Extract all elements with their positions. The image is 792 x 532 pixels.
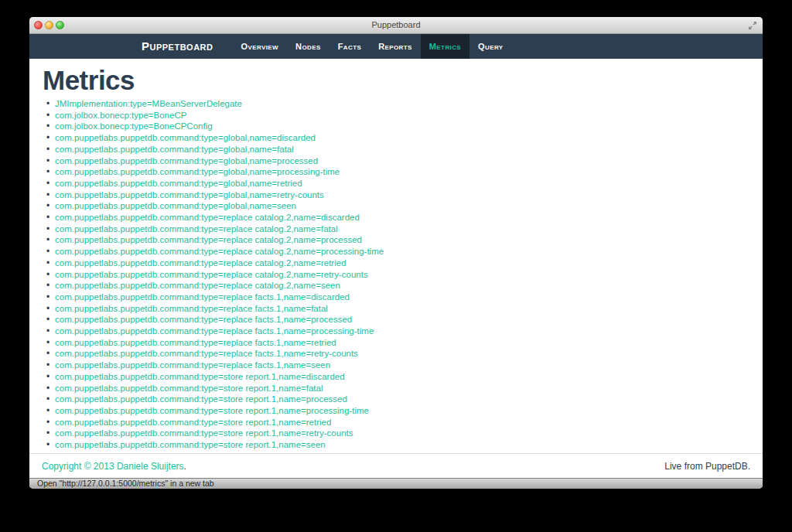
metric-link[interactable]: com.puppetlabs.puppetdb.command:type=rep… bbox=[55, 314, 763, 326]
metric-link[interactable]: com.puppetlabs.puppetdb.command:type=sto… bbox=[55, 371, 763, 383]
metric-link[interactable]: com.puppetlabs.puppetdb.command:type=rep… bbox=[55, 303, 763, 315]
metric-link[interactable]: com.jolbox.bonecp:type=BoneCPConfig bbox=[55, 121, 763, 132]
zoom-window-button[interactable] bbox=[56, 21, 64, 29]
metric-link[interactable]: com.puppetlabs.puppetdb.command:type=rep… bbox=[55, 269, 763, 281]
metric-link[interactable]: com.puppetlabs.puppetdb.command:type=rep… bbox=[55, 292, 763, 303]
metric-link[interactable]: com.jolbox.bonecp:type=BoneCP bbox=[55, 110, 763, 121]
app-window: Puppetboard Puppetboard OverviewNodesFac… bbox=[29, 17, 763, 489]
metric-link[interactable]: com.puppetlabs.puppetdb.command:type=glo… bbox=[55, 155, 763, 167]
navbar-menu: OverviewNodesFactsReportsMetricsQuery bbox=[233, 34, 512, 59]
nav-item[interactable]: Metrics bbox=[421, 34, 469, 59]
fullscreen-icon[interactable] bbox=[748, 21, 757, 30]
navbar: Puppetboard OverviewNodesFactsReportsMet… bbox=[29, 34, 763, 59]
copyright-period: . bbox=[184, 461, 186, 472]
metric-link[interactable]: com.puppetlabs.puppetdb.command:type=rep… bbox=[55, 326, 763, 337]
window-title: Puppetboard bbox=[29, 17, 763, 33]
nav-item[interactable]: Query bbox=[469, 34, 512, 59]
metric-link[interactable]: com.puppetlabs.puppetdb.command:type=rep… bbox=[55, 360, 763, 371]
window-titlebar[interactable]: Puppetboard bbox=[29, 17, 763, 34]
status-bar-text: Open "http://127.0.0.1:5000/metrics" in … bbox=[37, 479, 214, 488]
metric-link[interactable]: com.puppetlabs.puppetdb.command:type=glo… bbox=[55, 166, 763, 178]
metric-link[interactable]: com.puppetlabs.puppetdb.command:type=rep… bbox=[55, 234, 763, 246]
metric-link[interactable]: com.puppetlabs.puppetdb.command:type=rep… bbox=[55, 348, 763, 360]
metric-link[interactable]: com.puppetlabs.puppetdb.command:type=glo… bbox=[55, 200, 763, 212]
footer-status: Live from PuppetDB. bbox=[664, 461, 750, 472]
minimize-window-button[interactable] bbox=[45, 21, 53, 29]
close-window-button[interactable] bbox=[34, 21, 43, 29]
metric-link[interactable]: com.puppetlabs.puppetdb.command:type=glo… bbox=[55, 144, 763, 155]
nav-item[interactable]: Reports bbox=[370, 34, 421, 59]
metric-link[interactable]: JMImplementation:type=MBeanServerDelegat… bbox=[55, 98, 763, 110]
metric-link[interactable]: com.puppetlabs.puppetdb.command:type=rep… bbox=[55, 337, 763, 349]
metric-link[interactable]: com.puppetlabs.puppetdb.command:type=glo… bbox=[55, 189, 763, 201]
nav-item[interactable]: Nodes bbox=[287, 34, 329, 59]
metric-link[interactable]: com.puppetlabs.puppetdb.command:type=rep… bbox=[55, 212, 763, 223]
page-title: Metrics bbox=[29, 66, 763, 95]
metric-link[interactable]: com.puppetlabs.puppetdb.command:type=rep… bbox=[55, 280, 763, 292]
metric-link[interactable]: com.puppetlabs.puppetdb.command:type=rep… bbox=[55, 257, 763, 269]
metric-link[interactable]: com.puppetlabs.puppetdb.command:type=sto… bbox=[55, 383, 763, 394]
nav-item[interactable]: Overview bbox=[233, 34, 288, 59]
copyright-link[interactable]: Copyright © 2013 Daniele Sluijters bbox=[42, 461, 184, 472]
main-content: Metrics JMImplementation:type=MBeanServe… bbox=[29, 59, 763, 478]
metric-link[interactable]: com.puppetlabs.puppetdb.command:type=glo… bbox=[55, 178, 763, 189]
status-bar: Open "http://127.0.0.1:5000/metrics" in … bbox=[29, 478, 763, 489]
page-footer: Copyright © 2013 Daniele Sluijters. Live… bbox=[29, 453, 763, 472]
metric-link[interactable]: com.puppetlabs.puppetdb.command:type=sto… bbox=[55, 428, 763, 439]
metric-link[interactable]: com.puppetlabs.puppetdb.command:type=glo… bbox=[55, 132, 763, 144]
desktop: { "window": { "title": "Puppetboard", "s… bbox=[0, 0, 792, 532]
metric-link[interactable]: com.puppetlabs.puppetdb.command:type=sto… bbox=[55, 405, 763, 417]
metric-link[interactable]: com.puppetlabs.puppetdb.command:type=sto… bbox=[55, 417, 763, 428]
metric-link[interactable]: com.puppetlabs.puppetdb.command:type=rep… bbox=[55, 223, 763, 235]
nav-item[interactable]: Facts bbox=[329, 34, 370, 59]
metrics-list: JMImplementation:type=MBeanServerDelegat… bbox=[29, 98, 763, 451]
copyright-text: Copyright © 2013 Daniele Sluijters. bbox=[42, 461, 186, 472]
metric-link[interactable]: com.puppetlabs.puppetdb.command:type=sto… bbox=[55, 394, 763, 405]
metric-link[interactable]: com.puppetlabs.puppetdb.command:type=sto… bbox=[55, 439, 763, 451]
traffic-lights bbox=[34, 21, 64, 29]
metric-link[interactable]: com.puppetlabs.puppetdb.command:type=rep… bbox=[55, 246, 763, 257]
navbar-brand[interactable]: Puppetboard bbox=[142, 34, 221, 59]
